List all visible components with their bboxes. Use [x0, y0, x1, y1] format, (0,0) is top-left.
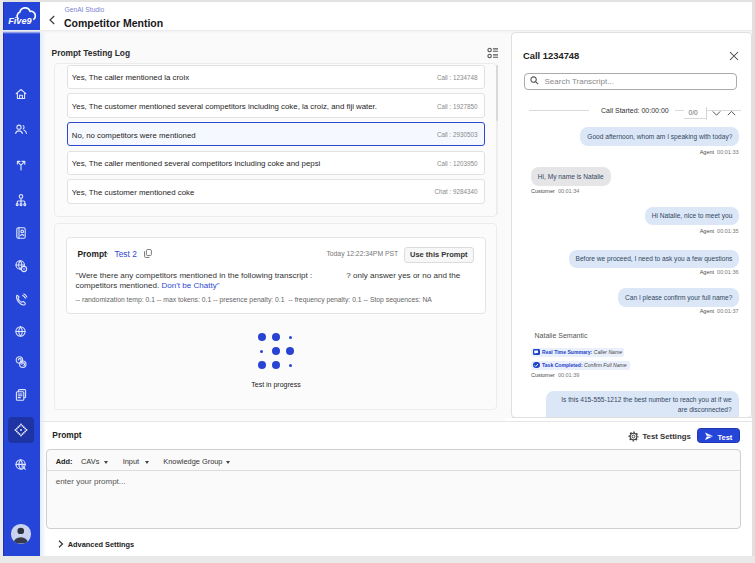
svg-text:Five9: Five9: [8, 16, 32, 26]
